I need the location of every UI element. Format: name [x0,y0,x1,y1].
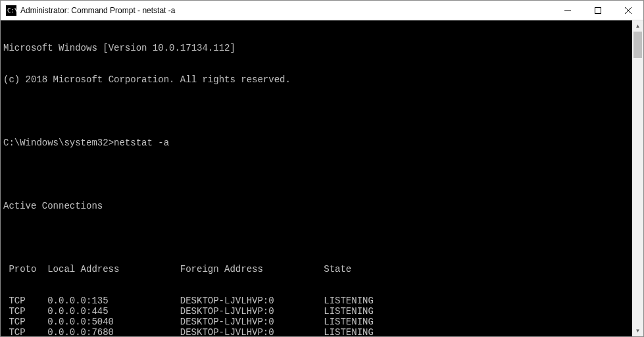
cell-foreign: DESKTOP-LJVLHVP:0 [180,327,324,336]
cell-local: 0.0.0.0:5040 [47,317,180,327]
scroll-thumb[interactable] [633,32,642,58]
cell-proto: TCP [9,296,47,306]
table-row: TCP0.0.0.0:445DESKTOP-LJVLHVP:0LISTENING [3,306,641,317]
scroll-down-icon[interactable]: ▼ [632,325,643,336]
cmd-icon: C:\ [6,5,16,16]
maximize-button[interactable] [583,1,613,20]
svg-rect-3 [595,7,601,13]
cell-foreign: DESKTOP-LJVLHVP:0 [180,317,324,327]
prompt-command: netstat -a [114,138,169,148]
cell-local: 0.0.0.0:135 [47,296,180,306]
cell-foreign: DESKTOP-LJVLHVP:0 [180,296,324,306]
section-title: Active Connections [3,201,641,211]
table-row: TCP0.0.0.0:135DESKTOP-LJVLHVP:0LISTENING [3,296,641,306]
banner-line: Microsoft Windows [Version 10.0.17134.11… [3,43,641,53]
scroll-track[interactable] [632,32,643,325]
col-foreign: Foreign Address [180,264,324,274]
window-controls [553,1,643,20]
col-state: State [324,264,641,274]
col-proto: Proto [9,264,47,274]
cell-foreign: DESKTOP-LJVLHVP:0 [180,306,324,317]
terminal-output[interactable]: Microsoft Windows [Version 10.0.17134.11… [1,20,643,336]
cell-state: LISTENING [324,327,641,336]
cell-proto: TCP [9,317,47,327]
cell-local: 0.0.0.0:7680 [47,327,180,336]
prompt-path: C:\Windows\system32> [3,138,114,148]
banner-line: (c) 2018 Microsoft Corporation. All righ… [3,74,641,85]
prompt-line: C:\Windows\system32>netstat -a [3,138,641,148]
blank-line [3,169,641,180]
cell-proto: TCP [9,327,47,336]
vertical-scrollbar[interactable]: ▲ ▼ [632,20,643,336]
col-local: Local Address [47,264,180,274]
table-row: TCP0.0.0.0:5040DESKTOP-LJVLHVP:0LISTENIN… [3,317,641,327]
svg-text:C:\: C:\ [7,7,16,14]
table-row: TCP0.0.0.0:7680DESKTOP-LJVLHVP:0LISTENIN… [3,327,641,336]
cell-state: LISTENING [324,306,641,317]
window-titlebar: C:\ Administrator: Command Prompt - nets… [1,1,643,20]
close-button[interactable] [613,1,643,20]
blank-line [3,232,641,243]
cell-state: LISTENING [324,317,641,327]
cell-state: LISTENING [324,296,641,306]
cell-local: 0.0.0.0:445 [47,306,180,317]
scroll-up-icon[interactable]: ▲ [632,20,643,32]
cell-proto: TCP [9,306,47,317]
minimize-button[interactable] [553,1,583,20]
window-title: Administrator: Command Prompt - netstat … [20,6,553,15]
blank-line [3,106,641,117]
table-header: ProtoLocal AddressForeign AddressState [3,264,641,274]
